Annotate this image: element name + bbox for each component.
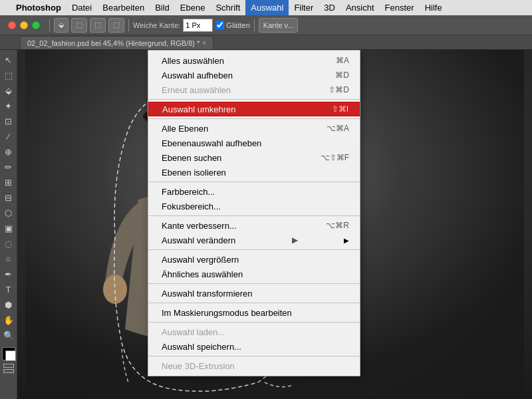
quick-mask-mode[interactable] — [3, 369, 14, 373]
menu-item-aehnliches-label: Ähnliches auswählen — [162, 269, 243, 279]
selection-mode-btn[interactable]: ⬚ — [71, 18, 87, 33]
apple-menu[interactable] — [0, 0, 11, 15]
subtract-btn[interactable]: ⬚ — [90, 18, 106, 33]
menu-item-ebenenauswahl[interactable]: Ebenenauswahl aufheben — [148, 136, 360, 150]
dropdown-overlay: Alles auswählen ⌘A Auswahl aufheben ⌘D E… — [17, 50, 532, 399]
tool-lasso[interactable]: ⬙ — [1, 83, 16, 98]
menu-fenster[interactable]: Fenster — [380, 0, 420, 15]
menu-item-fokusbereich-label: Fokusbereich... — [162, 201, 221, 211]
tool-pen[interactable]: ✒ — [1, 267, 16, 281]
menu-item-umkehren[interactable]: Auswahl umkehren ⇧⌘I — [148, 102, 360, 116]
menu-item-fokusbereich[interactable]: Fokusbereich... — [148, 199, 360, 213]
menu-item-kante[interactable]: Kante verbessern... ⌥⌘R — [148, 218, 360, 233]
menu-item-aehnliches[interactable]: Ähnliches auswählen — [148, 267, 360, 281]
divider-3 — [148, 182, 360, 182]
divider-8 — [148, 322, 360, 323]
tool-path[interactable]: ⬢ — [1, 297, 16, 312]
menu-item-alles-shortcut: ⌘A — [336, 56, 349, 65]
edge-btn[interactable]: Kante v... — [259, 18, 299, 33]
tool-move[interactable]: ↖ — [1, 53, 16, 67]
menu-item-ebenenauswahl-label: Ebenenauswahl aufheben — [162, 138, 261, 148]
menu-item-veraendern[interactable]: Auswahl verändern ▶ — [148, 233, 360, 247]
antialiasing-wrap: Glätten — [215, 21, 249, 29]
standard-mode[interactable] — [3, 364, 14, 368]
close-button[interactable] — [8, 21, 16, 29]
menu-filter[interactable]: Filter — [289, 0, 319, 15]
menu-item-alle-ebenen[interactable]: Alle Ebenen ⌥⌘A — [148, 121, 360, 136]
tab-close-btn[interactable]: × — [202, 39, 206, 47]
canvas-area: Alles auswählen ⌘A Auswahl aufheben ⌘D E… — [17, 50, 532, 399]
menu-item-vergroessern[interactable]: Auswahl vergrößern — [148, 252, 360, 267]
tool-eraser[interactable]: ⬡ — [1, 205, 16, 220]
tool-brush[interactable]: ✏ — [1, 160, 16, 174]
tool-magic-wand[interactable]: ✦ — [1, 98, 16, 113]
menu-item-transformieren[interactable]: Auswahl transformieren — [148, 286, 360, 301]
menu-bild[interactable]: Bild — [150, 0, 175, 15]
menu-item-erneut: Erneut auswählen ⇧⌘D — [148, 82, 360, 97]
menu-item-erneut-label: Erneut auswählen — [162, 85, 231, 95]
divider-7 — [148, 303, 360, 303]
tool-text[interactable]: T — [1, 282, 16, 297]
minimize-button[interactable] — [20, 21, 28, 29]
menu-item-laden-label: Auswahl laden... — [162, 327, 225, 337]
menu-item-kante-shortcut: ⌥⌘R — [326, 221, 349, 230]
menu-hilfe[interactable]: Hilfe — [420, 0, 448, 15]
tool-history[interactable]: ⊟ — [1, 190, 16, 205]
menu-item-alle-ebenen-shortcut: ⌥⌘A — [327, 124, 349, 133]
tool-dodge[interactable]: ○ — [1, 251, 16, 266]
toolbar-sep-2 — [128, 19, 129, 31]
document-tab[interactable]: 02_02_fashion.psd bei 45,4% (Hintergrund… — [20, 36, 213, 49]
menu-item-ebenen-suchen-shortcut: ⌥⇧⌘F — [321, 153, 349, 162]
tool-blur[interactable]: ◌ — [1, 236, 16, 251]
menu-bearbeiten[interactable]: Bearbeiten — [97, 0, 150, 15]
menu-ansicht[interactable]: Ansicht — [340, 0, 380, 15]
divider-9 — [148, 356, 360, 356]
selection-tool-btn[interactable]: ⬙ — [54, 18, 68, 33]
menu-item-ebenen-isolieren-label: Ebenen isolieren — [162, 168, 226, 178]
menu-item-vergroessern-label: Auswahl vergrößern — [162, 255, 239, 265]
menu-schrift[interactable]: Schrift — [210, 0, 245, 15]
menu-item-aufheben-shortcut: ⌘D — [335, 70, 349, 80]
main-area: ↖ ⬚ ⬙ ✦ ⊡ ∕ ⊕ ✏ ⊞ ⊟ ⬡ ▣ ◌ ○ ✒ T ⬢ ✋ 🔍 — [0, 50, 532, 399]
menu-item-aufheben[interactable]: Auswahl aufheben ⌘D — [148, 68, 360, 82]
feather-input[interactable] — [183, 19, 213, 32]
menu-item-3d-extrusion-label: Neue 3D-Extrusion — [162, 361, 235, 371]
tool-spot-heal[interactable]: ⊕ — [1, 144, 16, 159]
menu-item-alles-label: Alles auswählen — [162, 56, 224, 66]
menu-item-3d-extrusion: Neue 3D-Extrusion — [148, 358, 360, 373]
mode-controls — [2, 364, 15, 373]
doc-tab-title: 02_02_fashion.psd bei 45,4% (Hintergrund… — [27, 39, 200, 47]
menu-datei[interactable]: Datei — [66, 0, 97, 15]
menu-item-ebenen-suchen[interactable]: Ebenen suchen ⌥⇧⌘F — [148, 150, 360, 165]
tool-marquee[interactable]: ⬚ — [1, 68, 16, 82]
feather-label: Weiche Kante: — [133, 21, 180, 29]
menu-item-alles[interactable]: Alles auswählen ⌘A — [148, 53, 360, 68]
menu-3d[interactable]: 3D — [319, 0, 340, 15]
app-name[interactable]: Photoshop — [11, 0, 66, 15]
menu-item-ebenen-isolieren[interactable]: Ebenen isolieren — [148, 165, 360, 180]
traffic-lights — [3, 17, 45, 33]
menu-ebene[interactable]: Ebene — [175, 0, 211, 15]
maximize-button[interactable] — [32, 21, 40, 29]
menu-auswahl[interactable]: Auswahl — [245, 0, 289, 15]
tool-clone[interactable]: ⊞ — [1, 175, 16, 190]
intersect-btn[interactable]: ⬚ — [108, 18, 124, 33]
tool-eyedropper[interactable]: ∕ — [1, 129, 16, 144]
toolbar-sep-3 — [254, 19, 255, 31]
tool-crop[interactable]: ⊡ — [1, 114, 16, 128]
menu-item-alle-ebenen-label: Alle Ebenen — [162, 124, 208, 134]
foreground-color[interactable] — [2, 347, 15, 360]
divider-1 — [148, 99, 360, 100]
background-color[interactable] — [5, 350, 16, 361]
antialiasing-label: Glätten — [226, 21, 249, 29]
tool-zoom[interactable]: 🔍 — [1, 328, 16, 342]
tool-gradient[interactable]: ▣ — [1, 221, 16, 235]
menu-item-speichern[interactable]: Auswahl speichern... — [148, 339, 360, 354]
menu-item-maskierungsmodus[interactable]: Im Maskierungsmodus bearbeiten — [148, 305, 360, 320]
menu-item-farbbereich[interactable]: Farbbereich... — [148, 184, 360, 199]
antialiasing-checkbox[interactable] — [215, 21, 224, 29]
menu-item-veraendern-label: Auswahl verändern — [162, 235, 235, 245]
tool-hand[interactable]: ✋ — [1, 313, 16, 327]
menu-item-erneut-shortcut: ⇧⌘D — [329, 85, 349, 94]
menu-item-maskierungsmodus-label: Im Maskierungsmodus bearbeiten — [162, 308, 292, 318]
